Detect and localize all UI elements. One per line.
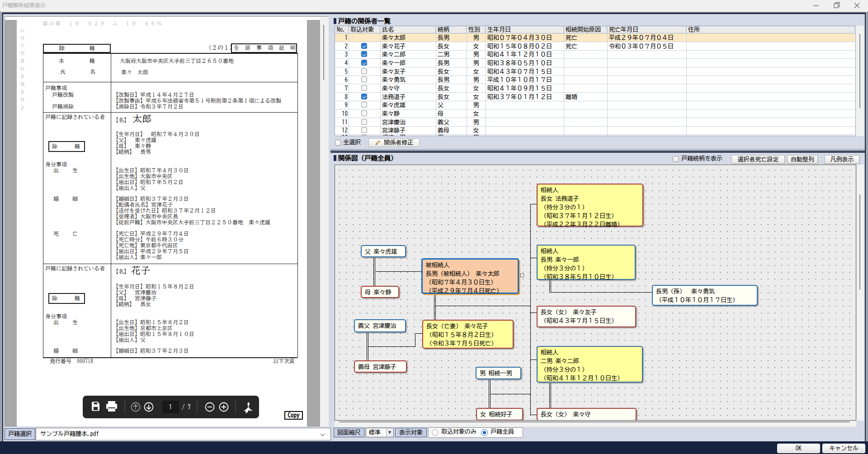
svg-text:/ 7: / 7 [182,404,191,410]
svg-text:1: 1 [169,404,172,410]
